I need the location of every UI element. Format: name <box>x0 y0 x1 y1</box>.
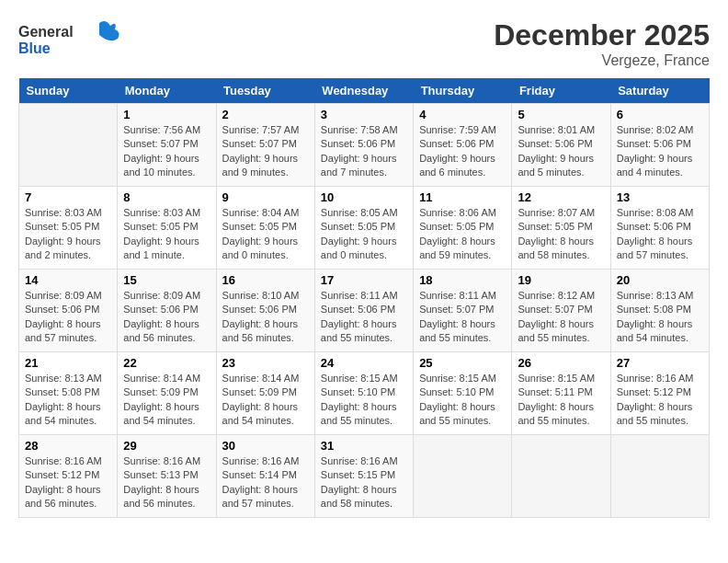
day-number: 29 <box>123 439 210 453</box>
day-info: Sunrise: 8:03 AMSunset: 5:05 PMDaylight:… <box>25 206 111 263</box>
calendar-week-row: 1Sunrise: 7:56 AMSunset: 5:07 PMDaylight… <box>19 104 710 187</box>
calendar-cell: 9Sunrise: 8:04 AMSunset: 5:05 PMDaylight… <box>216 187 314 270</box>
day-info: Sunrise: 8:09 AMSunset: 5:06 PMDaylight:… <box>123 289 210 346</box>
day-info: Sunrise: 7:59 AMSunset: 5:06 PMDaylight:… <box>419 123 506 180</box>
day-info: Sunrise: 8:14 AMSunset: 5:09 PMDaylight:… <box>222 372 309 429</box>
calendar-week-row: 21Sunrise: 8:13 AMSunset: 5:08 PMDayligh… <box>19 352 710 435</box>
calendar-cell: 5Sunrise: 8:01 AMSunset: 5:06 PMDaylight… <box>512 104 610 187</box>
title-section: December 2025 Vergeze, France <box>494 18 710 69</box>
calendar-cell: 17Sunrise: 8:11 AMSunset: 5:06 PMDayligh… <box>314 270 413 352</box>
day-number: 4 <box>419 108 506 121</box>
day-number: 1 <box>123 108 210 121</box>
calendar-cell: 22Sunrise: 8:14 AMSunset: 5:09 PMDayligh… <box>118 352 216 435</box>
day-number: 25 <box>419 356 506 370</box>
calendar-cell: 11Sunrise: 8:06 AMSunset: 5:05 PMDayligh… <box>414 187 512 270</box>
day-number: 16 <box>222 273 309 287</box>
weekday-header-friday: Friday <box>512 78 610 104</box>
day-info: Sunrise: 8:08 AMSunset: 5:06 PMDaylight:… <box>617 206 703 263</box>
page-header: General Blue December 2025 Vergeze, Fran… <box>18 18 710 69</box>
weekday-header-thursday: Thursday <box>414 78 512 104</box>
weekday-header-sunday: Sunday <box>19 78 118 104</box>
day-number: 20 <box>617 273 703 287</box>
calendar-cell: 18Sunrise: 8:11 AMSunset: 5:07 PMDayligh… <box>414 270 512 352</box>
location: Vergeze, France <box>494 52 710 69</box>
day-info: Sunrise: 8:16 AMSunset: 5:14 PMDaylight:… <box>222 454 309 511</box>
day-info: Sunrise: 8:12 AMSunset: 5:07 PMDaylight:… <box>518 289 604 346</box>
day-info: Sunrise: 8:15 AMSunset: 5:11 PMDaylight:… <box>518 372 604 429</box>
day-number: 28 <box>25 439 111 453</box>
calendar-cell: 20Sunrise: 8:13 AMSunset: 5:08 PMDayligh… <box>610 270 709 352</box>
calendar-week-row: 7Sunrise: 8:03 AMSunset: 5:05 PMDaylight… <box>19 187 710 270</box>
day-number: 24 <box>321 356 407 370</box>
calendar-cell: 13Sunrise: 8:08 AMSunset: 5:06 PMDayligh… <box>610 187 709 270</box>
calendar-cell: 6Sunrise: 8:02 AMSunset: 5:06 PMDaylight… <box>610 104 709 187</box>
day-info: Sunrise: 8:09 AMSunset: 5:06 PMDaylight:… <box>25 289 111 346</box>
day-info: Sunrise: 8:13 AMSunset: 5:08 PMDaylight:… <box>617 289 703 346</box>
calendar-cell: 10Sunrise: 8:05 AMSunset: 5:05 PMDayligh… <box>314 187 413 270</box>
calendar-cell: 31Sunrise: 8:16 AMSunset: 5:15 PMDayligh… <box>314 435 413 518</box>
day-number: 10 <box>321 190 407 204</box>
day-info: Sunrise: 8:11 AMSunset: 5:06 PMDaylight:… <box>321 289 407 346</box>
weekday-header-tuesday: Tuesday <box>216 78 314 104</box>
weekday-header-saturday: Saturday <box>610 78 709 104</box>
day-number: 21 <box>25 356 111 370</box>
day-number: 27 <box>617 356 703 370</box>
day-info: Sunrise: 7:56 AMSunset: 5:07 PMDaylight:… <box>123 123 210 180</box>
day-info: Sunrise: 8:11 AMSunset: 5:07 PMDaylight:… <box>419 289 506 346</box>
calendar-cell: 4Sunrise: 7:59 AMSunset: 5:06 PMDaylight… <box>414 104 512 187</box>
day-info: Sunrise: 7:58 AMSunset: 5:06 PMDaylight:… <box>321 123 407 180</box>
day-info: Sunrise: 8:14 AMSunset: 5:09 PMDaylight:… <box>123 372 210 429</box>
calendar-cell: 14Sunrise: 8:09 AMSunset: 5:06 PMDayligh… <box>19 270 118 352</box>
day-number: 2 <box>222 108 309 121</box>
weekday-header-wednesday: Wednesday <box>314 78 413 104</box>
day-info: Sunrise: 8:06 AMSunset: 5:05 PMDaylight:… <box>419 206 506 263</box>
weekday-header-monday: Monday <box>118 78 216 104</box>
calendar-cell <box>19 104 118 187</box>
calendar-cell: 12Sunrise: 8:07 AMSunset: 5:05 PMDayligh… <box>512 187 610 270</box>
day-info: Sunrise: 8:13 AMSunset: 5:08 PMDaylight:… <box>25 372 111 429</box>
day-info: Sunrise: 8:01 AMSunset: 5:06 PMDaylight:… <box>518 123 604 180</box>
day-info: Sunrise: 8:07 AMSunset: 5:05 PMDaylight:… <box>518 206 604 263</box>
day-number: 9 <box>222 190 309 204</box>
day-info: Sunrise: 8:03 AMSunset: 5:05 PMDaylight:… <box>123 206 210 263</box>
day-number: 12 <box>518 190 604 204</box>
day-number: 26 <box>518 356 604 370</box>
calendar-cell: 15Sunrise: 8:09 AMSunset: 5:06 PMDayligh… <box>118 270 216 352</box>
svg-text:Blue: Blue <box>18 40 51 56</box>
day-number: 6 <box>617 108 703 121</box>
calendar-cell: 8Sunrise: 8:03 AMSunset: 5:05 PMDaylight… <box>118 187 216 270</box>
calendar-cell: 24Sunrise: 8:15 AMSunset: 5:10 PMDayligh… <box>314 352 413 435</box>
weekday-header-row: SundayMondayTuesdayWednesdayThursdayFrid… <box>19 78 710 104</box>
calendar-cell: 25Sunrise: 8:15 AMSunset: 5:10 PMDayligh… <box>414 352 512 435</box>
day-number: 18 <box>419 273 506 287</box>
day-number: 23 <box>222 356 309 370</box>
day-info: Sunrise: 8:10 AMSunset: 5:06 PMDaylight:… <box>222 289 309 346</box>
day-number: 3 <box>321 108 407 121</box>
calendar-cell <box>610 435 709 518</box>
day-number: 7 <box>25 190 111 204</box>
day-info: Sunrise: 8:15 AMSunset: 5:10 PMDaylight:… <box>419 372 506 429</box>
calendar-cell: 1Sunrise: 7:56 AMSunset: 5:07 PMDaylight… <box>118 104 216 187</box>
calendar-cell: 28Sunrise: 8:16 AMSunset: 5:12 PMDayligh… <box>19 435 118 518</box>
day-number: 15 <box>123 273 210 287</box>
day-number: 30 <box>222 439 309 453</box>
day-number: 31 <box>321 439 407 453</box>
day-number: 5 <box>518 108 604 121</box>
calendar-week-row: 14Sunrise: 8:09 AMSunset: 5:06 PMDayligh… <box>19 270 710 352</box>
day-info: Sunrise: 8:05 AMSunset: 5:05 PMDaylight:… <box>321 206 407 263</box>
day-number: 19 <box>518 273 604 287</box>
calendar-cell: 21Sunrise: 8:13 AMSunset: 5:08 PMDayligh… <box>19 352 118 435</box>
day-info: Sunrise: 8:15 AMSunset: 5:10 PMDaylight:… <box>321 372 407 429</box>
day-info: Sunrise: 8:04 AMSunset: 5:05 PMDaylight:… <box>222 206 309 263</box>
day-number: 14 <box>25 273 111 287</box>
calendar-week-row: 28Sunrise: 8:16 AMSunset: 5:12 PMDayligh… <box>19 435 710 518</box>
calendar-cell: 26Sunrise: 8:15 AMSunset: 5:11 PMDayligh… <box>512 352 610 435</box>
calendar-table: SundayMondayTuesdayWednesdayThursdayFrid… <box>18 78 710 518</box>
calendar-cell: 3Sunrise: 7:58 AMSunset: 5:06 PMDaylight… <box>314 104 413 187</box>
day-info: Sunrise: 8:16 AMSunset: 5:13 PMDaylight:… <box>123 454 210 511</box>
calendar-cell: 23Sunrise: 8:14 AMSunset: 5:09 PMDayligh… <box>216 352 314 435</box>
month-title: December 2025 <box>494 18 710 52</box>
day-info: Sunrise: 8:16 AMSunset: 5:12 PMDaylight:… <box>617 372 703 429</box>
logo: General Blue <box>18 18 119 63</box>
day-number: 8 <box>123 190 210 204</box>
